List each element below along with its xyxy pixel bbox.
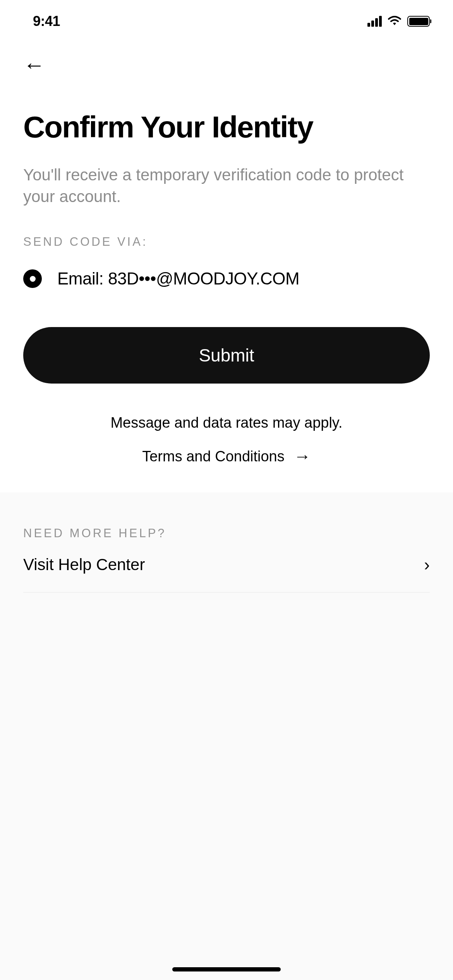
send-code-label: SEND CODE VIA: [23,235,430,249]
status-time: 9:41 [33,13,60,29]
battery-icon [407,16,430,27]
cellular-signal-icon [367,16,382,27]
home-indicator[interactable] [172,967,281,971]
main-content: ← Confirm Your Identity You'll receive a… [0,43,453,492]
terms-label: Terms and Conditions [142,448,285,465]
terms-link[interactable]: Terms and Conditions → [23,447,430,492]
help-center-label: Visit Help Center [23,555,145,574]
radio-selected-icon [23,269,42,288]
arrow-left-icon: ← [23,54,45,76]
wifi-icon [387,16,402,27]
chevron-right-icon: › [424,555,430,574]
submit-button[interactable]: Submit [23,327,430,384]
back-button[interactable]: ← [23,43,45,87]
radio-option-email[interactable]: Email: 83D•••@MOODJOY.COM [23,269,430,288]
disclaimer-text: Message and data rates may apply. [23,415,430,431]
status-bar: 9:41 [0,0,453,43]
help-center-link[interactable]: Visit Help Center › [23,555,430,593]
help-section: NEED MORE HELP? Visit Help Center › [0,492,453,593]
page-title: Confirm Your Identity [23,111,430,144]
status-icons [367,16,430,27]
radio-option-label: Email: 83D•••@MOODJOY.COM [57,269,299,288]
arrow-right-icon: → [294,447,311,466]
page-subtitle: You'll receive a temporary verification … [23,164,430,208]
help-label: NEED MORE HELP? [23,526,430,540]
